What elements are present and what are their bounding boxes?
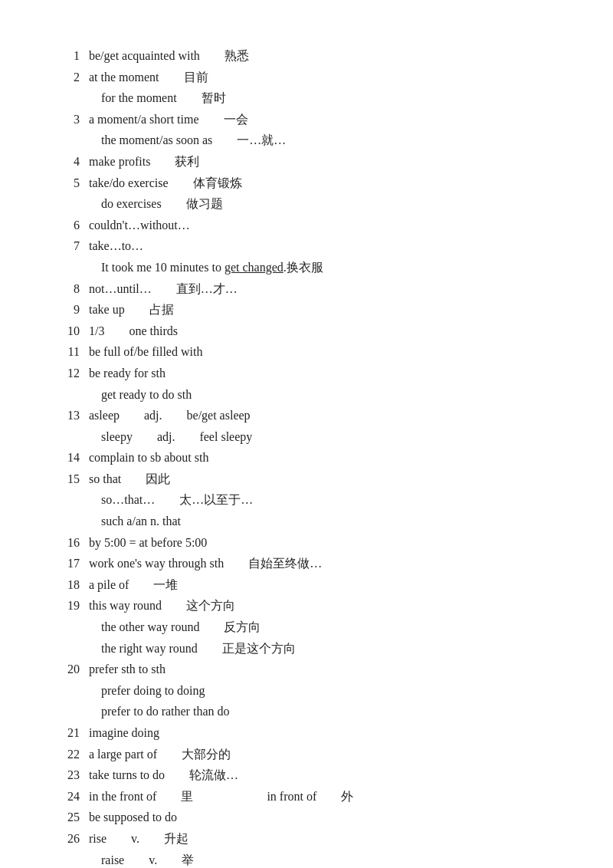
entry-content: the other way round 反方向	[89, 617, 552, 637]
entry-number: 11	[61, 342, 89, 362]
list-item: 1be/get acquainted with 熟悉	[61, 46, 552, 66]
entry-number: 3	[61, 110, 89, 130]
list-item: the right way round 正是这个方向	[61, 639, 552, 659]
list-item: 9take up 占据	[61, 300, 552, 320]
entry-number: 1	[61, 46, 89, 66]
list-item: 101/3 one thirds	[61, 321, 552, 341]
entry-content: by 5:00 = at before 5:00	[89, 533, 552, 553]
entry-content: prefer doing to doing	[89, 681, 552, 701]
entry-number	[61, 385, 89, 405]
content-area: 1be/get acquainted with 熟悉2at the moment…	[61, 46, 552, 868]
list-item: 23take turns to do 轮流做…	[61, 765, 552, 785]
entry-number	[61, 850, 89, 868]
entry-content: be ready for sth	[89, 363, 552, 383]
entry-number: 4	[61, 152, 89, 172]
list-item: 4make profits 获利	[61, 152, 552, 172]
entry-number	[61, 617, 89, 637]
list-item: get ready to do sth	[61, 385, 552, 405]
entry-content: a pile of 一堆	[89, 575, 552, 595]
entry-content: so that 因此	[89, 469, 552, 489]
list-item: 7take…to…	[61, 236, 552, 256]
entry-number: 21	[61, 723, 89, 743]
entry-content: imagine doing	[89, 723, 552, 743]
entry-number: 25	[61, 807, 89, 827]
entry-content: take turns to do 轮流做…	[89, 765, 552, 785]
entry-content: 1/3 one thirds	[89, 321, 552, 341]
entry-number: 20	[61, 659, 89, 679]
list-item: 14complain to sb about sth	[61, 448, 552, 468]
entry-number	[61, 511, 89, 531]
entry-number: 12	[61, 363, 89, 383]
entry-content: the moment/as soon as 一…就…	[89, 130, 552, 150]
entry-number	[61, 427, 89, 447]
entry-content: this way round 这个方向	[89, 596, 552, 616]
list-item: sleepy adj. feel sleepy	[61, 427, 552, 447]
list-item: prefer to do rather than do	[61, 702, 552, 722]
list-item: 24in the front of 里 in front of 外	[61, 787, 552, 807]
entry-number	[61, 681, 89, 701]
entry-content: make profits 获利	[89, 152, 552, 172]
entry-content: sleepy adj. feel sleepy	[89, 427, 552, 447]
entry-number: 10	[61, 321, 89, 341]
underlined-text: get changed	[225, 261, 284, 274]
entry-number: 16	[61, 533, 89, 553]
entry-content: for the moment 暂时	[89, 88, 552, 108]
list-item: 5take/do exercise 体育锻炼	[61, 173, 552, 193]
entry-number: 17	[61, 554, 89, 574]
entry-content: so…that… 太…以至于…	[89, 490, 552, 510]
list-item: 19this way round 这个方向	[61, 596, 552, 616]
entry-content: take up 占据	[89, 300, 552, 320]
entry-content: prefer sth to sth	[89, 659, 552, 679]
entry-number: 9	[61, 300, 89, 320]
entry-number	[61, 194, 89, 214]
entry-content: at the moment 目前	[89, 67, 552, 87]
list-item: 25be supposed to do	[61, 807, 552, 827]
entry-content: get ready to do sth	[89, 385, 552, 405]
entry-number: 18	[61, 575, 89, 595]
list-item: 21imagine doing	[61, 723, 552, 743]
entry-content: not…until… 直到…才…	[89, 279, 552, 299]
list-item: the other way round 反方向	[61, 617, 552, 637]
list-item: 12be ready for sth	[61, 363, 552, 383]
list-item: so…that… 太…以至于…	[61, 490, 552, 510]
entry-content: a large part of 大部分的	[89, 745, 552, 764]
list-item: 11be full of/be filled with	[61, 342, 552, 362]
entry-number: 5	[61, 173, 89, 193]
entry-number: 2	[61, 67, 89, 87]
entry-content: the right way round 正是这个方向	[89, 639, 552, 659]
list-item: 17work one's way through sth 自始至终做…	[61, 554, 552, 574]
entry-content: do exercises 做习题	[89, 194, 552, 214]
entry-content: a moment/a short time 一会	[89, 110, 552, 130]
entry-number: 15	[61, 469, 89, 489]
entry-content: be full of/be filled with	[89, 342, 552, 362]
entry-number	[61, 702, 89, 722]
entry-number: 8	[61, 279, 89, 299]
list-item: 18a pile of 一堆	[61, 575, 552, 595]
list-item: raise v. 举	[61, 850, 552, 868]
entry-content: such a/an n. that	[89, 511, 552, 531]
entry-content: in the front of 里 in front of 外	[89, 787, 552, 807]
entry-number	[61, 639, 89, 659]
entry-number: 26	[61, 829, 89, 849]
list-item: 15so that 因此	[61, 469, 552, 489]
list-item: for the moment 暂时	[61, 88, 552, 108]
list-item: 13asleep adj. be/get asleep	[61, 406, 552, 426]
entry-number: 14	[61, 448, 89, 468]
entry-content: rise v. 升起	[89, 829, 552, 849]
entry-content: It took me 10 minutes to get changed.换衣服	[89, 258, 552, 278]
entry-content: take/do exercise 体育锻炼	[89, 173, 552, 193]
entry-number: 24	[61, 787, 89, 807]
entry-content: couldn't…without…	[89, 215, 552, 235]
entry-number	[61, 258, 89, 278]
entry-content: take…to…	[89, 236, 552, 256]
list-item: 6couldn't…without…	[61, 215, 552, 235]
entry-number	[61, 490, 89, 510]
entry-number: 7	[61, 236, 89, 256]
list-item: 8not…until… 直到…才…	[61, 279, 552, 299]
entry-number: 6	[61, 215, 89, 235]
entry-number	[61, 130, 89, 150]
entry-number	[61, 88, 89, 108]
entry-content: work one's way through sth 自始至终做…	[89, 554, 552, 574]
list-item: 22a large part of 大部分的	[61, 745, 552, 764]
entry-content: prefer to do rather than do	[89, 702, 552, 722]
